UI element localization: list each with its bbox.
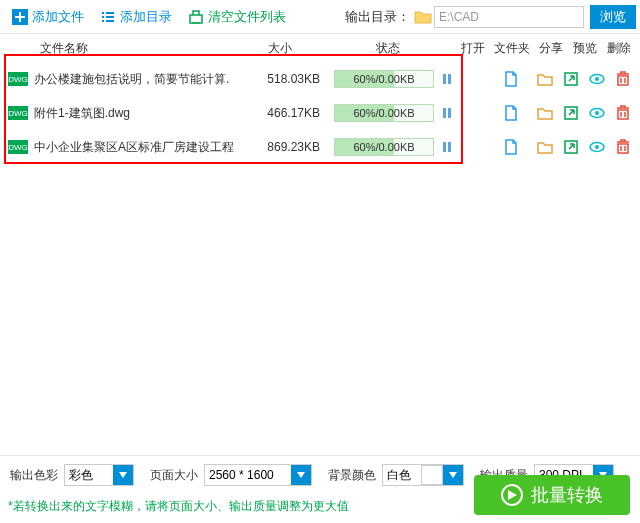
color-select[interactable]	[64, 464, 134, 486]
column-headers: 文件名称 大小 状态 打开 文件夹 分享 预览 删除	[0, 34, 640, 62]
progress-text: 60%/0.00KB	[335, 105, 433, 121]
batch-convert-button[interactable]: 批量转换	[474, 475, 630, 515]
preview-icon[interactable]	[588, 70, 606, 88]
bgcolor-swatch	[421, 465, 443, 485]
file-list: DWG办公楼建施包括说明，简要节能计算.518.03KB60%/0.00KBDW…	[0, 62, 640, 164]
header-delete: 删除	[606, 40, 632, 57]
header-share: 分享	[538, 40, 564, 57]
add-dir-label: 添加目录	[120, 8, 172, 26]
clear-list-button[interactable]: 清空文件列表	[180, 0, 294, 34]
plus-icon	[12, 9, 28, 25]
chevron-down-icon[interactable]	[443, 465, 463, 485]
delete-icon[interactable]	[614, 138, 632, 156]
preview-icon[interactable]	[588, 104, 606, 122]
share-icon[interactable]	[562, 104, 580, 122]
clear-icon	[188, 9, 204, 25]
folder-icon	[414, 9, 432, 25]
dwg-badge: DWG	[8, 72, 28, 86]
svg-point-6	[595, 145, 599, 149]
list-icon	[100, 9, 116, 25]
file-name: 中小企业集聚区A区标准厂房建设工程	[34, 139, 260, 156]
progress-bar: 60%/0.00KB	[334, 104, 434, 122]
svg-point-2	[595, 77, 599, 81]
color-label: 输出色彩	[10, 467, 58, 484]
bgcolor-select[interactable]	[382, 464, 464, 486]
clear-list-label: 清空文件列表	[208, 8, 286, 26]
open-file-icon[interactable]	[502, 70, 520, 88]
progress-text: 60%/0.00KB	[335, 139, 433, 155]
dwg-badge: DWG	[8, 140, 28, 154]
share-icon[interactable]	[562, 70, 580, 88]
progress-text: 60%/0.00KB	[335, 71, 433, 87]
open-folder-icon[interactable]	[536, 104, 554, 122]
header-name: 文件名称	[8, 40, 120, 57]
preview-icon[interactable]	[588, 138, 606, 156]
pagesize-select[interactable]	[204, 464, 312, 486]
table-row: DWG附件1-建筑图.dwg466.17KB60%/0.00KB	[0, 96, 640, 130]
header-preview: 预览	[572, 40, 598, 57]
share-icon[interactable]	[562, 138, 580, 156]
toolbar: 添加文件 添加目录 清空文件列表 输出目录： 浏览	[0, 0, 640, 34]
pagesize-value[interactable]	[205, 465, 291, 485]
svg-point-4	[595, 111, 599, 115]
file-size: 466.17KB	[260, 106, 320, 120]
play-icon	[501, 484, 523, 506]
bgcolor-value[interactable]	[383, 465, 421, 485]
header-folder: 文件夹	[494, 40, 530, 57]
progress-bar: 60%/0.00KB	[334, 138, 434, 156]
pause-button[interactable]	[440, 72, 454, 86]
dwg-badge: DWG	[8, 106, 28, 120]
pause-button[interactable]	[440, 140, 454, 154]
output-dir-label: 输出目录：	[345, 8, 410, 26]
output-dir-input[interactable]	[434, 6, 584, 28]
file-size: 518.03KB	[260, 72, 320, 86]
table-row: DWG办公楼建施包括说明，简要节能计算.518.03KB60%/0.00KB	[0, 62, 640, 96]
bgcolor-label: 背景颜色	[328, 467, 376, 484]
header-size: 大小	[265, 40, 295, 57]
bottom-bar: 输出色彩 页面大小 背景颜色 输出质量 *若转换出来的文字模糊，请将页面大小、输…	[0, 455, 640, 523]
color-value[interactable]	[65, 465, 113, 485]
add-dir-button[interactable]: 添加目录	[92, 0, 180, 34]
progress-bar: 60%/0.00KB	[334, 70, 434, 88]
open-file-icon[interactable]	[502, 104, 520, 122]
add-file-label: 添加文件	[32, 8, 84, 26]
open-file-icon[interactable]	[502, 138, 520, 156]
chevron-down-icon[interactable]	[113, 465, 133, 485]
file-name: 附件1-建筑图.dwg	[34, 105, 260, 122]
header-open: 打开	[460, 40, 486, 57]
table-row: DWG中小企业集聚区A区标准厂房建设工程869.23KB60%/0.00KB	[0, 130, 640, 164]
pagesize-label: 页面大小	[150, 467, 198, 484]
delete-icon[interactable]	[614, 104, 632, 122]
add-file-button[interactable]: 添加文件	[4, 0, 92, 34]
browse-button[interactable]: 浏览	[590, 5, 636, 29]
header-state: 状态	[373, 40, 403, 57]
convert-label: 批量转换	[531, 483, 603, 507]
delete-icon[interactable]	[614, 70, 632, 88]
pause-button[interactable]	[440, 106, 454, 120]
file-size: 869.23KB	[260, 140, 320, 154]
open-folder-icon[interactable]	[536, 70, 554, 88]
open-folder-icon[interactable]	[536, 138, 554, 156]
file-name: 办公楼建施包括说明，简要节能计算.	[34, 71, 260, 88]
chevron-down-icon[interactable]	[291, 465, 311, 485]
